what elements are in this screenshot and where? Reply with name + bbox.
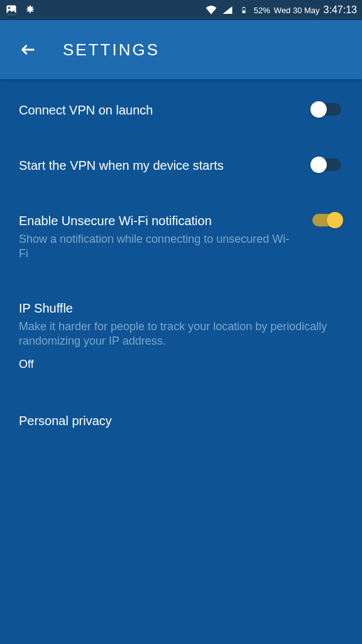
status-bar-right: 52% Wed 30 May 3:47:13 (205, 4, 357, 16)
status-bar-left (5, 4, 36, 16)
page-title: SETTINGS (63, 40, 160, 60)
setting-personal-privacy[interactable]: Personal privacy (19, 384, 343, 442)
toggle-connect-on-launch[interactable] (310, 101, 343, 118)
svg-rect-4 (243, 8, 245, 11)
svg-point-1 (8, 7, 10, 9)
battery-icon (238, 4, 250, 16)
arrow-left-icon (19, 41, 37, 58)
setting-title: Start the VPN when my device starts (19, 157, 298, 174)
settings-content: Connect VPN on launch Start the VPN when… (0, 79, 362, 442)
setting-status: Off (19, 358, 331, 371)
toggle-wifi-notification[interactable] (310, 212, 343, 228)
setting-title: Connect VPN on launch (19, 101, 298, 119)
toggle-start-on-boot[interactable] (310, 157, 343, 173)
status-time: 3:47:13 (324, 4, 357, 16)
app-header: SETTINGS (0, 20, 362, 79)
setting-subtitle: Show a notification while connecting to … (19, 232, 298, 262)
signal-icon (221, 4, 234, 16)
setting-title: Enable Unsecure Wi-Fi notification (19, 212, 298, 230)
setting-wifi-notification[interactable]: Enable Unsecure Wi-Fi notification Show … (19, 187, 343, 274)
setting-ip-shuffle[interactable]: IP Shuffle Make it harder for people to … (19, 274, 343, 384)
setting-title: Personal privacy (19, 412, 331, 430)
wifi-icon (205, 4, 217, 16)
setting-start-on-boot[interactable]: Start the VPN when my device starts (19, 131, 343, 187)
back-button[interactable] (19, 40, 38, 59)
status-bar: 52% Wed 30 May 3:47:13 (0, 0, 362, 20)
setting-connect-on-launch[interactable]: Connect VPN on launch (19, 79, 343, 131)
status-date: Wed 30 May (274, 6, 320, 15)
photo-icon (5, 4, 18, 16)
leaf-icon (24, 4, 36, 16)
setting-subtitle: Make it harder for people to track your … (19, 319, 331, 349)
battery-percent: 52% (254, 6, 270, 15)
svg-rect-3 (243, 7, 244, 8)
setting-title: IP Shuffle (19, 299, 331, 317)
